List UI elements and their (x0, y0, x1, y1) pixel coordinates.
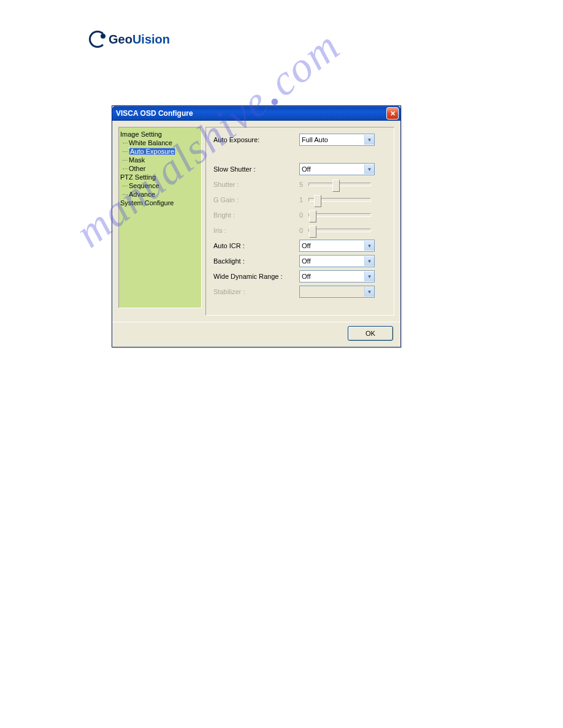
slider-thumb (314, 195, 321, 207)
combo-slow-shutter[interactable]: Off ▼ (299, 163, 375, 175)
close-icon: ✕ (390, 110, 396, 118)
row-slow-shutter: Slow Shutter : Off ▼ (213, 163, 386, 175)
tree-system-configure[interactable]: System Configure (120, 199, 200, 207)
combo-backlight[interactable]: Off ▼ (299, 255, 375, 267)
label-bright: Bright : (213, 211, 299, 219)
tree-selected-label: Auto Exposure (129, 148, 175, 155)
tree-mask[interactable]: Mask (120, 156, 200, 164)
row-iris: Iris : 0 (213, 224, 386, 237)
label-iris: Iris : (213, 227, 299, 234)
slider-thumb (309, 226, 316, 238)
chevron-down-icon: ▼ (364, 164, 374, 174)
button-row: OK (112, 322, 400, 347)
label-auto-exposure: Auto Exposure: (213, 136, 299, 143)
value-shutter: 5 (299, 181, 308, 188)
chevron-down-icon: ▼ (364, 271, 374, 281)
tree-other[interactable]: Other (120, 164, 200, 173)
slider-g-gain (308, 198, 371, 202)
combo-wdr-value: Off (302, 273, 310, 280)
tree-auto-exposure[interactable]: Auto Exposure (120, 147, 200, 156)
logo-geo: Geo (109, 32, 132, 46)
label-g-gain: G Gain : (213, 196, 299, 203)
brand-logo: GeoUision (89, 31, 170, 48)
combo-auto-exposure[interactable]: Full Auto ▼ (299, 134, 375, 146)
logo-vision: Uision (132, 32, 170, 46)
value-iris: 0 (299, 227, 308, 234)
chevron-down-icon: ▼ (364, 135, 374, 145)
close-button[interactable]: ✕ (386, 107, 399, 119)
logo-text: GeoUision (109, 32, 170, 47)
logo-icon (89, 31, 106, 48)
slider-iris (308, 229, 371, 232)
slider-thumb (309, 210, 316, 222)
dialog-content: Image Setting White Balance Auto Exposur… (112, 121, 400, 322)
label-shutter: Shutter : (213, 181, 299, 188)
chevron-down-icon: ▼ (364, 241, 374, 251)
value-g-gain: 1 (299, 196, 308, 203)
row-stabilizer: Stabilizer : ▼ (213, 286, 386, 298)
combo-slow-shutter-value: Off (302, 165, 310, 173)
slider-thumb (332, 180, 340, 192)
row-backlight: Backlight : Off ▼ (213, 255, 386, 267)
tree-sequence[interactable]: Sequence (120, 181, 200, 190)
slider-shutter (308, 183, 371, 186)
combo-stabilizer: ▼ (299, 286, 375, 298)
combo-auto-icr[interactable]: Off ▼ (299, 240, 375, 252)
tree-ptz-setting[interactable]: PTZ Setting (120, 173, 200, 181)
combo-backlight-value: Off (302, 257, 310, 265)
row-shutter: Shutter : 5 (213, 178, 386, 191)
chevron-down-icon: ▼ (364, 287, 374, 297)
row-auto-icr: Auto ICR : Off ▼ (213, 240, 386, 252)
ok-button[interactable]: OK (348, 326, 393, 341)
value-bright: 0 (299, 211, 308, 219)
tree-white-balance[interactable]: White Balance (120, 138, 200, 147)
combo-wdr[interactable]: Off ▼ (299, 270, 375, 282)
config-dialog: VISCA OSD Configure ✕ Image Setting Whit… (112, 105, 401, 347)
row-g-gain: G Gain : 1 (213, 194, 386, 206)
row-auto-exposure: Auto Exposure: Full Auto ▼ (213, 134, 386, 146)
label-stabilizer: Stabilizer : (213, 288, 299, 295)
combo-auto-exposure-value: Full Auto (302, 136, 328, 143)
combo-auto-icr-value: Off (302, 242, 310, 249)
slider-bright (308, 213, 371, 217)
label-slow-shutter: Slow Shutter : (213, 165, 299, 173)
row-wdr: Wide Dynamic Range : Off ▼ (213, 270, 386, 282)
label-backlight: Backlight : (213, 257, 299, 265)
tree-panel[interactable]: Image Setting White Balance Auto Exposur… (118, 127, 202, 308)
tree-advance[interactable]: Advance (120, 190, 200, 199)
label-auto-icr: Auto ICR : (213, 242, 299, 249)
chevron-down-icon: ▼ (364, 256, 374, 266)
label-wdr: Wide Dynamic Range : (213, 273, 299, 280)
tree-image-setting[interactable]: Image Setting (120, 130, 200, 138)
titlebar[interactable]: VISCA OSD Configure ✕ (112, 106, 400, 121)
form-panel: Auto Exposure: Full Auto ▼ Slow Shutter … (205, 127, 394, 316)
row-bright: Bright : 0 (213, 209, 386, 221)
dialog-title: VISCA OSD Configure (116, 109, 193, 118)
